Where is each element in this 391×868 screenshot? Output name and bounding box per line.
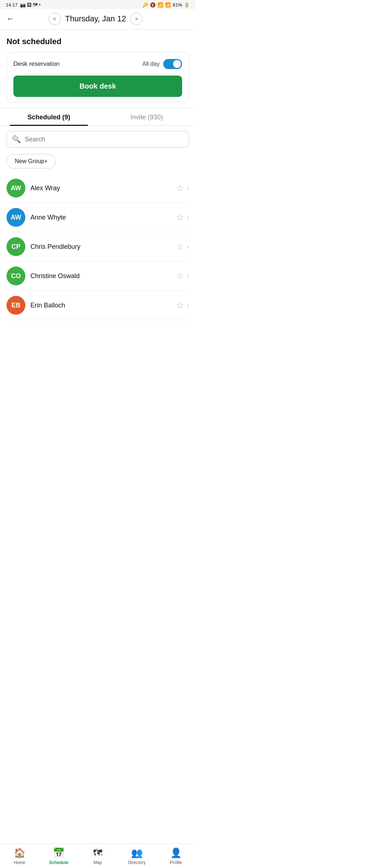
tab-invite[interactable]: Invite (930) <box>98 108 196 125</box>
status-icons: 📷 🖼 🗺 • <box>20 2 41 8</box>
person-actions-1: ☆ › <box>176 212 189 222</box>
mute-icon: 🔇 <box>150 2 156 8</box>
back-arrow-button[interactable]: ← <box>7 14 14 24</box>
chevron-right-3[interactable]: › <box>187 272 189 280</box>
header-date-title: Thursday, Jan 12 <box>65 14 126 24</box>
status-bar: 14:17 📷 🖼 🗺 • 🔑 🔇 📶 📶 81% 🔋 <box>0 0 196 9</box>
star-icon-3[interactable]: ☆ <box>176 271 184 281</box>
status-right: 🔑 🔇 📶 📶 81% 🔋 <box>142 2 190 8</box>
list-item: AW Anne Whyte ☆ › <box>7 203 189 232</box>
battery-icon: 🔋 <box>184 2 190 8</box>
tabs-container: Scheduled (9) Invite (930) <box>0 108 196 126</box>
key-icon: 🔑 <box>142 2 148 8</box>
battery-text: 81% <box>173 2 182 8</box>
search-icon: 🔍 <box>12 135 21 144</box>
wifi-icon: 📶 <box>157 2 163 8</box>
avatar-aw1: AW <box>7 179 25 197</box>
star-icon-1[interactable]: ☆ <box>176 212 184 222</box>
tab-scheduled[interactable]: Scheduled (9) <box>0 108 98 125</box>
person-name-christine-oswald: Christine Oswald <box>30 272 171 280</box>
book-desk-button[interactable]: Book desk <box>13 76 182 97</box>
star-icon-0[interactable]: ☆ <box>176 183 184 193</box>
star-icon-4[interactable]: ☆ <box>176 300 184 310</box>
avatar-eb: EB <box>7 296 25 315</box>
header: ← < Thursday, Jan 12 > <box>0 9 196 30</box>
person-actions-3: ☆ › <box>176 271 189 281</box>
chevron-right-2[interactable]: › <box>187 243 189 251</box>
allday-toggle[interactable] <box>163 59 182 69</box>
avatar-cp: CP <box>7 237 25 256</box>
chevron-right-0[interactable]: › <box>187 184 189 192</box>
toggle-knob <box>173 60 181 68</box>
person-actions-0: ☆ › <box>176 183 189 193</box>
not-scheduled-label: Not scheduled <box>0 30 196 48</box>
desk-reservation-label: Desk reservation <box>13 60 60 68</box>
list-item: CO Christine Oswald ☆ › <box>7 261 189 291</box>
list-item: CP Chris Pendlebury ☆ › <box>7 232 189 261</box>
next-day-button[interactable]: > <box>130 13 143 25</box>
allday-row: All day <box>142 59 182 69</box>
signal-icon: 📶 <box>165 2 171 8</box>
chevron-right-1[interactable]: › <box>187 214 189 221</box>
desk-card-top: Desk reservation All day <box>13 59 182 69</box>
list-item: AW Alex Wray ☆ › <box>7 174 189 203</box>
list-item: EB Erin Balloch ☆ › <box>7 291 189 320</box>
allday-label: All day <box>142 61 160 67</box>
person-actions-4: ☆ › <box>176 300 189 310</box>
search-container: 🔍 <box>7 131 189 148</box>
people-list: AW Alex Wray ☆ › AW Anne Whyte ☆ › CP Ch… <box>7 174 189 320</box>
status-left: 14:17 📷 🖼 🗺 • <box>6 2 41 8</box>
chevron-right-4[interactable]: › <box>187 302 189 309</box>
new-group-button[interactable]: New Group+ <box>7 154 56 169</box>
status-time: 14:17 <box>6 2 18 8</box>
person-name-erin-balloch: Erin Balloch <box>30 302 171 309</box>
person-actions-2: ☆ › <box>176 242 189 252</box>
header-nav: < Thursday, Jan 12 > <box>49 13 143 25</box>
prev-day-button[interactable]: < <box>49 13 61 25</box>
search-input[interactable] <box>25 136 184 143</box>
person-name-chris-pendlebury: Chris Pendlebury <box>30 243 171 251</box>
star-icon-2[interactable]: ☆ <box>176 242 184 252</box>
person-name-anne-whyte: Anne Whyte <box>30 214 171 221</box>
avatar-co: CO <box>7 267 25 285</box>
desk-reservation-card: Desk reservation All day Book desk <box>7 52 189 102</box>
avatar-aw2: AW <box>7 208 25 227</box>
person-name-alex-wray: Alex Wray <box>30 184 171 192</box>
